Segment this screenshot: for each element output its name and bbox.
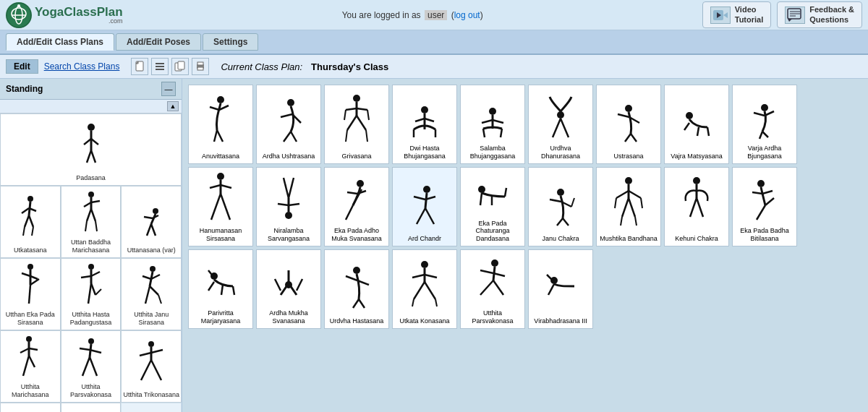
svg-line-36 <box>23 227 25 236</box>
main-pose-urdvha-hasta[interactable]: Urdvha Hastasana <box>324 249 389 329</box>
header-center: You are logged in as user (log out) <box>123 10 702 20</box>
pose-row-1: Utkatasana <box>0 186 182 258</box>
svg-line-114 <box>346 108 357 110</box>
sidebar-pose-utthita-janu[interactable]: Utthita Janu Sirasana <box>121 258 182 330</box>
svg-line-159 <box>284 178 289 198</box>
svg-point-78 <box>88 338 94 344</box>
sidebar-pose-padasana[interactable]: Padasana <box>0 113 182 186</box>
main-pose-janu-chakra[interactable]: Janu Chakra <box>528 167 593 246</box>
sidebar-scroll-area[interactable]: Padasana <box>0 113 182 412</box>
print-icon[interactable] <box>192 58 209 75</box>
svg-point-155 <box>285 212 292 219</box>
sidebar-collapse-button[interactable]: — <box>161 82 176 96</box>
sidebar-pose-utthita-hasta[interactable]: Utthita Hasta Padangustasa <box>61 258 122 330</box>
main-pose-eka-pada-adho[interactable]: Eka Pada Adho Muka Svanasana <box>324 167 389 246</box>
utthita-parsva-sil <box>475 252 511 308</box>
main-pose-grivasana[interactable]: Grivasana <box>324 85 389 164</box>
svg-line-60 <box>81 276 91 278</box>
svg-line-211 <box>346 276 357 280</box>
sidebar-pose-11[interactable] <box>0 403 61 412</box>
svg-line-162 <box>347 192 357 194</box>
svg-point-112 <box>353 95 360 102</box>
main-pose-urdhva[interactable]: Urdhva Dhanurasana <box>528 85 593 164</box>
svg-line-35 <box>29 215 33 227</box>
main-pose-utthita-parsva[interactable]: Utthita Parsvakonasa <box>460 249 525 329</box>
main-pose-kehuni[interactable]: Kehuni Chakra <box>664 167 729 246</box>
svg-line-177 <box>550 199 561 202</box>
svg-line-217 <box>412 275 425 278</box>
urdvha-hasta-sil <box>339 252 375 316</box>
scroll-up-button[interactable]: ▲ <box>167 101 179 111</box>
main-pose-varja-ardha[interactable]: Varja Ardha Bjungasana <box>732 85 797 164</box>
main-pose-virabhadrasana[interactable]: Virabhadrasana III <box>528 249 593 329</box>
svg-line-221 <box>412 299 414 306</box>
svg-point-196 <box>757 180 765 187</box>
svg-line-121 <box>366 130 367 142</box>
main-pose-parivritta[interactable]: Parivritta Marjaryasana <box>188 249 253 329</box>
svg-line-43 <box>91 209 95 221</box>
sidebar-pose-utkatasana[interactable]: Utkatasana <box>0 186 61 258</box>
main-pose-ardha-ushtrasana[interactable]: Ardha Ushtrasana <box>256 85 321 164</box>
svg-line-145 <box>754 113 765 116</box>
pose-row-2: Utthan Eka Pada Sirasana <box>0 258 182 330</box>
main-pose-utkata-konasana[interactable]: Utkata Konasana <box>392 249 457 329</box>
sidebar-pose-utthita-parsva[interactable]: Utthita Parsvakonasa <box>61 330 122 403</box>
feedback-button[interactable]: Feedback &Questions <box>777 1 862 27</box>
svg-rect-23 <box>197 67 203 70</box>
main-pose-niralamba[interactable]: Niralamba Sarvangasana <box>256 167 321 246</box>
copy-icon[interactable] <box>171 58 189 75</box>
svg-rect-18 <box>156 69 164 70</box>
sidebar-pose-utthan-eka[interactable]: Utthan Eka Pada Sirasana <box>0 258 61 330</box>
svg-line-75 <box>29 348 38 350</box>
svg-line-179 <box>571 198 574 207</box>
svg-line-61 <box>91 272 100 276</box>
pose-row-0: Padasana <box>0 113 182 186</box>
current-plan-prefix: Current Class Plan: <box>221 61 302 72</box>
svg-point-149 <box>217 173 224 180</box>
sidebar-pose-utthita-mari[interactable]: Utthita Marichasana <box>0 330 61 403</box>
ardha-mukha-name: Ardha Mukha Svanasana <box>258 308 319 327</box>
kehuni-sil <box>678 169 715 233</box>
svg-line-124 <box>425 119 434 121</box>
main-pose-ard-chandr[interactable]: Ard Chandr <box>392 167 457 246</box>
edit-button[interactable]: Edit <box>6 59 38 74</box>
main-pose-eka-pada-chat[interactable]: Eka Pada Chaturanga Dandasana <box>460 167 525 246</box>
logout-link[interactable]: log out <box>454 10 480 20</box>
virabhadrasana-name: Virabhadrasana III <box>534 316 587 327</box>
svg-line-158 <box>289 204 299 205</box>
new-document-icon[interactable] <box>131 58 148 75</box>
right-area[interactable]: Anuvittasana Ardha Ushtrasana <box>182 79 868 412</box>
tab-add-edit-plans[interactable]: Add/Edit Class Plans <box>6 33 114 51</box>
sidebar-pose-utthita-trik[interactable]: Utthita Trikonasana <box>121 330 182 403</box>
svg-line-74 <box>20 348 29 353</box>
svg-line-180 <box>557 218 563 226</box>
main-pose-salamba[interactable]: Salamba Bhujanggasana <box>460 85 525 164</box>
feedback-label: Feedback &Questions <box>809 5 854 24</box>
svg-line-194 <box>690 198 697 217</box>
main-pose-ustrasana[interactable]: Ustrasana <box>596 85 661 164</box>
main-pose-dwi-hasta[interactable]: Dwi Hasta Bhujangasana <box>392 85 457 164</box>
svg-line-175 <box>505 188 506 197</box>
main-pose-hanumanasan[interactable]: Hanumanasan Sirsasana <box>188 167 253 246</box>
sidebar-pose-uttanasana[interactable]: Uttanasana (var) <box>121 186 182 258</box>
tab-add-edit-poses[interactable]: Add/Edit Poses <box>116 33 201 51</box>
tab-settings[interactable]: Settings <box>203 33 258 51</box>
video-tutorial-button[interactable]: VideoTutorial <box>702 1 772 27</box>
list-icon[interactable] <box>151 58 169 75</box>
svg-line-83 <box>90 357 97 376</box>
sidebar-pose-uttan[interactable]: Uttan Baddha Marichasana <box>61 186 122 258</box>
svg-line-203 <box>208 282 214 291</box>
utkatasana-silhouette <box>16 188 45 245</box>
svg-line-131 <box>501 129 502 137</box>
sidebar-pose-12[interactable] <box>61 403 122 412</box>
main-pose-eka-pada-badha[interactable]: Eka Pada Badha Bitilasana <box>732 167 797 246</box>
main-pose-ardha-mukha[interactable]: Ardha Mukha Svanasana <box>256 249 321 329</box>
toolbar-icons <box>131 58 209 75</box>
svg-line-111 <box>291 132 297 142</box>
main-pose-vajra[interactable]: Vajra Matsyasana <box>664 85 729 164</box>
svg-point-215 <box>421 261 428 268</box>
main-pose-mushtika[interactable]: Mushtika Bandhana <box>596 167 661 246</box>
main-pose-anuvittasana[interactable]: Anuvittasana <box>188 85 253 164</box>
ustrasana-sil <box>610 87 647 151</box>
svg-point-122 <box>421 106 428 113</box>
